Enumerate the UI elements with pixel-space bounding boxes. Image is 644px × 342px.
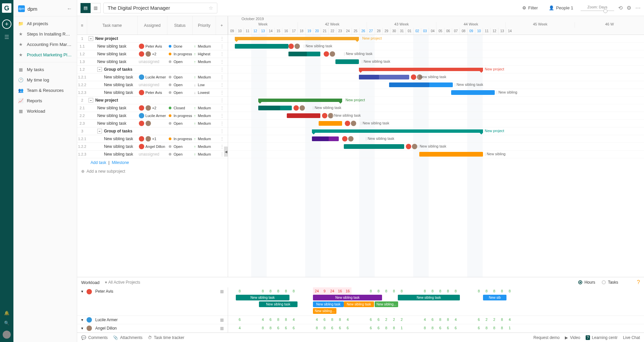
workspace-header[interactable]: dpm dpm ←: [13, 3, 77, 14]
gantt-bar[interactable]: [419, 152, 483, 157]
workload-filter[interactable]: ▾ All Active Projects: [105, 280, 140, 285]
add-button[interactable]: +: [2, 19, 11, 29]
request-demo-link[interactable]: Request demo: [533, 335, 559, 340]
row-menu-icon[interactable]: ⋮: [216, 36, 228, 41]
column-priority[interactable]: Priority: [193, 16, 216, 35]
sidebar-all-projects[interactable]: 📁 All projects: [13, 18, 77, 29]
gantt-bar[interactable]: [344, 144, 404, 149]
row-menu-icon[interactable]: ⋮: [216, 98, 228, 103]
row-menu-icon[interactable]: ⋮: [216, 136, 228, 141]
task-row[interactable]: 1.2.3New sibling taskPeter AvisOpen↓Lowe…: [77, 89, 228, 97]
people-button[interactable]: 👤People 1: [545, 3, 577, 12]
column-assigned[interactable]: Assigned: [138, 16, 168, 35]
priority-cell[interactable]: ↑Medium: [193, 106, 216, 110]
status-cell[interactable]: Open: [167, 145, 193, 149]
assignee-cell[interactable]: Peter Avis: [138, 44, 168, 49]
time-tracker-button[interactable]: ⏱Task time tracker: [148, 335, 184, 340]
workload-task-bar[interactable]: New sibling task: [236, 295, 289, 300]
row-menu-icon[interactable]: ⋮: [216, 106, 228, 110]
assignee-cell[interactable]: Angel Dillon: [138, 144, 168, 149]
task-row[interactable]: 1.2.1New sibling task+1In progress↑Mediu…: [77, 135, 228, 143]
status-cell[interactable]: Open: [167, 83, 193, 87]
row-menu-icon[interactable]: ⋮: [216, 113, 228, 118]
history-icon[interactable]: ⟲: [618, 5, 623, 11]
row-menu-icon[interactable]: ⋮: [216, 129, 228, 133]
collapse-grid-handle[interactable]: ◀: [224, 147, 228, 157]
collapse-button[interactable]: −: [89, 36, 93, 41]
workload-person-row[interactable]: ▾Peter Avis▦: [77, 287, 228, 316]
help-icon[interactable]: ?: [637, 279, 640, 285]
app-logo[interactable]: G: [2, 3, 11, 13]
task-row[interactable]: 1.1New sibling taskPeter AvisDone↑Medium…: [77, 43, 228, 50]
assignee-cell[interactable]: [138, 121, 168, 126]
gantt-bar[interactable]: [258, 99, 342, 102]
gantt-view-button[interactable]: ▤: [80, 3, 91, 13]
more-icon[interactable]: ⋯: [635, 5, 641, 11]
workload-task-bar[interactable]: New sibling task: [344, 301, 374, 307]
row-menu-icon[interactable]: ⋮: [216, 75, 228, 79]
workload-tasks-toggle[interactable]: Tasks: [602, 280, 618, 285]
hamburger-icon[interactable]: ☰: [4, 34, 9, 40]
filter-button[interactable]: ⚙Filter: [519, 3, 541, 12]
sidebar-starred-project[interactable]: ★Product Marketing Plan Te...: [13, 50, 77, 60]
gantt-bar[interactable]: [319, 121, 342, 126]
chevron-icon[interactable]: ▾: [81, 289, 83, 294]
task-row[interactable]: 3−Group of tasks⋮: [77, 127, 228, 135]
workload-person-row[interactable]: ▾Angel Dillon▦: [77, 324, 228, 333]
assignee-cell[interactable]: Lucile Armer: [138, 74, 168, 80]
task-row[interactable]: 2.1New sibling task+2Closed↑Medium⋮: [77, 104, 228, 112]
priority-cell[interactable]: ↑Medium: [193, 121, 216, 125]
priority-cell[interactable]: ↑Medium: [193, 145, 216, 149]
status-cell[interactable]: Closed: [167, 106, 193, 110]
sidebar-starred-project[interactable]: ★Steps In Installing Rack Mo...: [13, 29, 77, 39]
task-row[interactable]: 1.2.2New sibling taskAngel DillonOpen↑Me…: [77, 143, 228, 151]
assignee-cell[interactable]: +2: [138, 105, 168, 111]
sidebar-reports[interactable]: 📈Reports: [13, 96, 77, 106]
calendar-icon[interactable]: ▦: [220, 289, 224, 294]
gantt-bar[interactable]: [389, 82, 429, 87]
sidebar-team[interactable]: 👥Team & Resources: [13, 85, 77, 96]
assignee-cell[interactable]: unassigned: [138, 152, 168, 157]
sidebar-my-time-log[interactable]: 🕐My time log: [13, 75, 77, 85]
chevron-icon[interactable]: ▾: [81, 318, 83, 322]
assignee-cell[interactable]: unassigned: [138, 82, 168, 87]
row-menu-icon[interactable]: ⋮: [216, 121, 228, 126]
task-row[interactable]: 1.2New sibling task+2In progress↑Highest…: [77, 50, 228, 58]
gantt-bar[interactable]: [235, 37, 359, 40]
add-task-link[interactable]: Add task: [91, 160, 106, 165]
workload-task-bar[interactable]: New sibling task: [313, 295, 382, 300]
collapse-button[interactable]: −: [97, 67, 102, 72]
sidebar-starred-project[interactable]: ★Accounting Firm Marketing...: [13, 39, 77, 50]
gantt-bar[interactable]: [288, 52, 307, 56]
star-icon[interactable]: ☆: [209, 5, 213, 11]
add-subproject-link[interactable]: ⊕ Add a new subproject: [77, 167, 228, 176]
comments-button[interactable]: 💬Comments: [81, 335, 108, 340]
assignee-cell[interactable]: +1: [138, 136, 168, 141]
row-menu-icon[interactable]: ⋮: [216, 52, 228, 56]
workload-hours-toggle[interactable]: Hours: [578, 280, 595, 285]
priority-cell[interactable]: ↓Lowest: [193, 91, 216, 95]
gantt-bar[interactable]: [287, 113, 320, 118]
zoom-control[interactable]: Zoom: Days: [581, 5, 614, 11]
task-row[interactable]: 1.3New sibling taskunassignedOpen↑Medium…: [77, 58, 228, 66]
sidebar-workload[interactable]: ▦Workload: [13, 106, 77, 116]
workload-task-bar[interactable]: New sibling task: [259, 301, 298, 307]
assignee-cell[interactable]: +2: [138, 51, 168, 57]
priority-cell[interactable]: ↑Medium: [193, 75, 216, 79]
calendar-icon[interactable]: ▦: [220, 318, 224, 322]
search-icon[interactable]: 🔍: [4, 321, 9, 326]
workload-task-bar[interactable]: New sibling...: [375, 301, 398, 307]
task-row[interactable]: 1.2−Group of tasks⋮: [77, 66, 228, 73]
gantt-bar[interactable]: [451, 90, 495, 95]
status-cell[interactable]: Open: [167, 121, 193, 125]
task-row[interactable]: 1−New project⋮: [77, 35, 228, 43]
gantt-bar[interactable]: [359, 75, 379, 79]
calendar-icon[interactable]: ▦: [220, 326, 224, 331]
attachments-button[interactable]: 📎Attachments: [113, 335, 143, 340]
task-row[interactable]: 2−New project⋮: [77, 97, 228, 104]
workload-task-bar[interactable]: New sibling task: [313, 301, 344, 307]
workload-task-bar[interactable]: New sibling task: [398, 295, 460, 300]
chevron-icon[interactable]: ▾: [81, 326, 83, 331]
assignee-cell[interactable]: Peter Avis: [138, 90, 168, 95]
zoom-slider[interactable]: [581, 10, 614, 11]
